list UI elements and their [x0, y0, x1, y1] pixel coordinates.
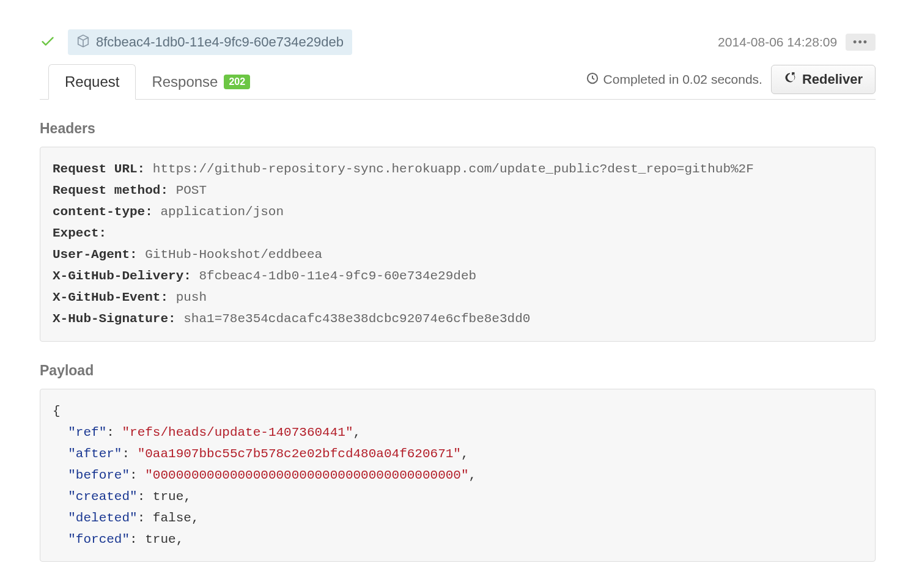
header-key: Expect:: [53, 226, 106, 240]
header-key: X-GitHub-Delivery:: [53, 269, 191, 283]
header-value: 8fcbeac4-1db0-11e4-9fc9-60e734e29deb: [199, 269, 476, 283]
delivery-id[interactable]: 8fcbeac4-1db0-11e4-9fc9-60e734e29deb: [68, 29, 352, 55]
header-key: content-type:: [53, 205, 153, 219]
completion-text: Completed in 0.02 seconds.: [603, 72, 762, 87]
header-value: sha1=78e354cdacafc438e38dcbc92074e6cfbe8…: [183, 312, 530, 326]
tab-request-label: Request: [65, 73, 119, 90]
json-key: "created": [68, 490, 137, 504]
json-key: "ref": [68, 425, 106, 439]
json-key: "deleted": [68, 511, 137, 525]
response-status-badge: 202: [224, 75, 250, 89]
header-key: X-GitHub-Event:: [53, 290, 168, 304]
tab-response[interactable]: Response 202: [136, 65, 266, 99]
success-check-icon: [40, 33, 56, 51]
header-value: application/json: [160, 205, 284, 219]
header-key: X-Hub-Signature:: [53, 312, 176, 326]
json-value: true: [153, 490, 183, 504]
header-value: POST: [176, 183, 207, 197]
tab-bar-right: Completed in 0.02 seconds. Redeliver: [586, 65, 876, 98]
json-key: "after": [68, 447, 122, 461]
tab-bar: Request Response 202 Completed in 0.02 s…: [40, 64, 876, 100]
delivery-timestamp: 2014-08-06 14:28:09: [718, 35, 837, 50]
tab-request[interactable]: Request: [48, 64, 136, 100]
header-key: Request method:: [53, 183, 168, 197]
reload-icon: [784, 72, 796, 87]
json-value: true: [145, 532, 175, 546]
delivery-id-text: 8fcbeac4-1db0-11e4-9fc9-60e734e29deb: [96, 34, 344, 50]
headers-section-label: Headers: [40, 120, 876, 137]
tab-response-label: Response: [152, 73, 218, 90]
headers-block: Request URL: https://github-repository-s…: [40, 147, 876, 342]
header-value: GitHub-Hookshot/eddbeea: [145, 248, 322, 262]
delivery-header: 8fcbeac4-1db0-11e4-9fc9-60e734e29deb 201…: [40, 0, 876, 64]
json-value: false: [153, 511, 191, 525]
header-key: User-Agent:: [53, 248, 138, 262]
more-actions-button[interactable]: •••: [846, 34, 876, 51]
header-value: https://github-repository-sync.herokuapp…: [153, 162, 754, 176]
clock-icon: [586, 72, 599, 87]
header-key: Request URL:: [53, 162, 145, 176]
webhook-delivery-panel: 8fcbeac4-1db0-11e4-9fc9-60e734e29deb 201…: [0, 0, 900, 562]
payload-section-label: Payload: [40, 362, 876, 379]
json-key: "forced": [68, 532, 130, 546]
header-value: push: [176, 290, 207, 304]
json-value: "refs/heads/update-1407360441": [122, 425, 353, 439]
redeliver-label: Redeliver: [802, 72, 863, 87]
payload-block: { "ref": "refs/heads/update-1407360441",…: [40, 389, 876, 562]
redeliver-button[interactable]: Redeliver: [771, 65, 876, 94]
completion-status: Completed in 0.02 seconds.: [586, 72, 762, 87]
package-icon: [76, 34, 90, 50]
json-value: "0aa1907bbc55c7b578c2e02bfcd480a04f62067…: [138, 447, 461, 461]
json-key: "before": [68, 468, 130, 482]
json-value: "000000000000000000000000000000000000000…: [145, 468, 468, 482]
